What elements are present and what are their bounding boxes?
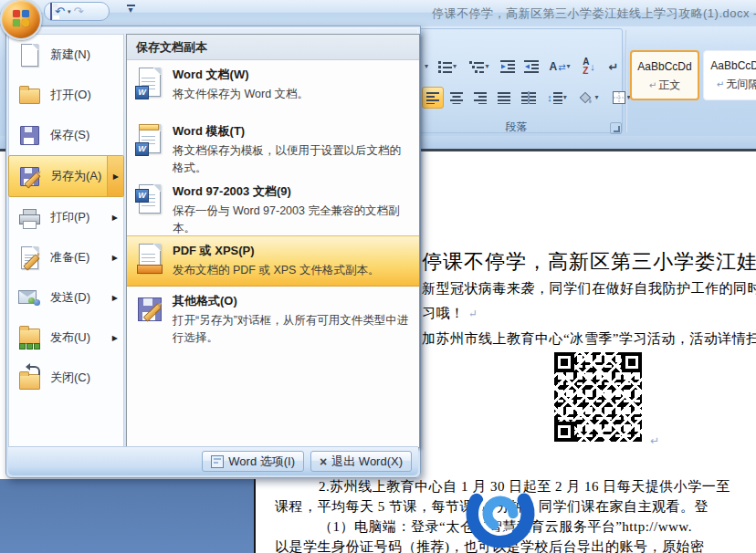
submenu-arrow-icon: ▶	[113, 172, 119, 181]
close-document-icon	[17, 366, 41, 390]
paragraph-group-label: 段落	[418, 120, 614, 135]
office-logo-icon	[13, 10, 29, 26]
quick-access-toolbar: ↶ ▾ ↷	[44, 2, 110, 21]
distribute-button[interactable]	[517, 87, 541, 109]
document-line[interactable]: 加苏州市线上教育中心“冰雪季”学习活动，活动详情扫描二	[422, 330, 756, 348]
menu-item-print[interactable]: 打印(P) ▶	[9, 197, 123, 237]
align-right-icon	[474, 91, 487, 104]
shading-button[interactable]: ▾	[573, 87, 604, 109]
customize-qat-icon[interactable]: ▾	[124, 3, 137, 17]
menu-item-save-as[interactable]: 另存为(A) ▶	[8, 155, 124, 197]
save-icon	[17, 123, 41, 147]
menu-item-publish[interactable]: 发布(U) ▶	[9, 318, 123, 358]
numbered-list-button[interactable]: ▾	[433, 56, 462, 78]
watermark-swirl-logo	[446, 473, 554, 553]
paragraph-dialog-launcher-icon[interactable]	[610, 122, 622, 134]
new-document-icon	[17, 43, 41, 67]
menu-item-save[interactable]: 保存(S)	[9, 115, 123, 155]
multilevel-list-icon	[469, 60, 484, 73]
word-options-icon	[211, 455, 224, 468]
document-heading[interactable]: 停课不停学，高新区第三小学娄江娃线上学	[422, 248, 756, 276]
exit-word-button[interactable]: × 退出 Word(X)	[310, 451, 412, 472]
word-options-button[interactable]: Word 选项(I)	[202, 451, 304, 472]
justify-button[interactable]	[493, 87, 515, 109]
save-icon[interactable]	[50, 4, 52, 20]
save-as-submenu: 保存文档副本 W Word 文档(W) 将文件保存为 Word 文档。 W Wo…	[126, 34, 420, 448]
style-sample: AaBbCcDd	[632, 60, 698, 73]
print-icon	[17, 205, 41, 229]
align-center-button[interactable]	[446, 87, 467, 109]
align-left-button[interactable]	[422, 87, 444, 109]
publish-icon	[17, 326, 41, 350]
menu-item-prepare[interactable]: 准备(E) ▶	[9, 237, 123, 277]
align-left-icon	[426, 91, 439, 104]
paragraph-mark-icon: ↵	[609, 60, 619, 74]
paragraph-group	[418, 28, 623, 133]
menu-item-new[interactable]: 新建(N)	[9, 35, 123, 75]
align-center-icon	[450, 91, 463, 104]
word-template-icon: W	[134, 123, 165, 158]
undo-dropdown-icon[interactable]: ▾	[68, 8, 71, 15]
increase-indent-icon	[524, 60, 539, 73]
decrease-indent-button[interactable]	[497, 56, 519, 78]
submenu-header: 保存文档副本	[127, 35, 419, 60]
open-folder-icon	[17, 83, 41, 107]
numbered-list-icon	[438, 60, 452, 73]
style-card-normal[interactable]: AaBbCcDd ↵正文	[630, 50, 699, 100]
submenu-arrow-icon: ▶	[112, 294, 118, 302]
line-spacing-icon: ↕	[547, 92, 552, 103]
submenu-item-word-document[interactable]: W Word 文档(W) 将文件保存为 Word 文档。	[127, 60, 419, 117]
prepare-icon	[17, 245, 41, 269]
style-name: 无间隔	[726, 78, 756, 90]
multilevel-list-button[interactable]: ▾	[464, 56, 495, 78]
menu-item-close[interactable]: 关闭(C)	[9, 358, 123, 398]
style-sample: AaBbCcDd	[704, 59, 756, 72]
asian-layout-icon: A	[549, 61, 557, 72]
office-menu-left-column: 新建(N) 打开(O) 保存(S) 另存为(A) ▶ 打印(P) ▶	[8, 34, 124, 448]
word-97-2003-icon: W	[134, 183, 165, 218]
redo-icon[interactable]: ↷	[73, 5, 83, 17]
increase-indent-button[interactable]	[520, 56, 542, 78]
submenu-item-pdf-xps[interactable]: PDF 或 XPS(P) 发布文档的 PDF 或 XPS 文件格式副本。	[127, 235, 419, 287]
pdf-xps-icon	[134, 243, 165, 277]
submenu-item-word-97-2003[interactable]: W Word 97-2003 文档(9) 保存一份与 Word 97-2003 …	[127, 177, 419, 235]
decrease-indent-icon	[500, 60, 515, 73]
style-card-no-spacing[interactable]: AaBbCcDd ↵无间隔	[703, 50, 756, 100]
align-right-button[interactable]	[469, 87, 491, 109]
window-title: 停课不停学，高新区第三小学娄江娃线上学习攻略(1).docx - Micr	[432, 5, 756, 22]
distribute-icon	[521, 91, 536, 104]
paragraph-mark-icon: ↵	[468, 308, 478, 320]
group-separator	[625, 30, 627, 132]
title-bar[interactable]: 停课不停学，高新区第三小学娄江娃线上学习攻略(1).docx - Micr	[0, 0, 756, 27]
justify-icon	[498, 91, 510, 104]
word-document-icon: W	[134, 67, 165, 101]
style-name: 正文	[658, 78, 680, 91]
word-window: 停课不停学，高新区第三小学娄江娃线上学习攻略(1).docx - Micr ↶ …	[0, 0, 756, 553]
submenu-item-word-template[interactable]: W Word 模板(T) 将文档保存为模板，以便用于设置以后文档的格式。	[127, 117, 419, 177]
page-left-edge	[254, 479, 256, 553]
line-spacing-button[interactable]: ↕ ▾	[542, 87, 572, 109]
document-line[interactable]: 新型冠状病毒来袭，同学们在做好自我防护工作的同时，可以	[422, 280, 756, 297]
asian-layout-button[interactable]: A ⇄ ▾	[544, 56, 575, 78]
sort-button[interactable]: A Z ↓	[577, 56, 601, 78]
pilcrow-icon: ↵	[717, 79, 724, 89]
document-line[interactable]: 习哦！ ↵	[422, 305, 478, 322]
menu-item-open[interactable]: 打开(O)	[9, 75, 123, 115]
submenu-arrow-icon: ▶	[112, 214, 118, 222]
other-formats-icon	[134, 293, 165, 328]
paragraph-group-row1: ▾ ▾ ▾ A ⇄ ▾ A Z ↓	[422, 55, 625, 78]
shading-icon	[579, 91, 593, 104]
paragraph-mark-icon: ↵	[650, 434, 659, 447]
workspace-background	[0, 479, 254, 553]
menu-item-send[interactable]: 发送(D) ▶	[9, 277, 123, 318]
show-marks-button[interactable]: ↵	[603, 56, 625, 78]
pilcrow-icon: ↵	[649, 80, 656, 90]
office-button[interactable]	[0, 0, 42, 40]
submenu-arrow-icon: ▶	[112, 254, 118, 262]
office-menu: 新建(N) 打开(O) 保存(S) 另存为(A) ▶ 打印(P) ▶	[5, 26, 421, 478]
borders-icon	[613, 91, 625, 104]
office-menu-footer: Word 选项(I) × 退出 Word(X)	[8, 446, 418, 475]
clipped-dropdown-icon[interactable]: ▾	[422, 56, 431, 78]
submenu-arrow-icon: ▶	[112, 334, 118, 342]
submenu-item-other-formats[interactable]: 其他格式(O) 打开“另存为”对话框，从所有可用文件类型中进行选择。	[127, 287, 419, 349]
